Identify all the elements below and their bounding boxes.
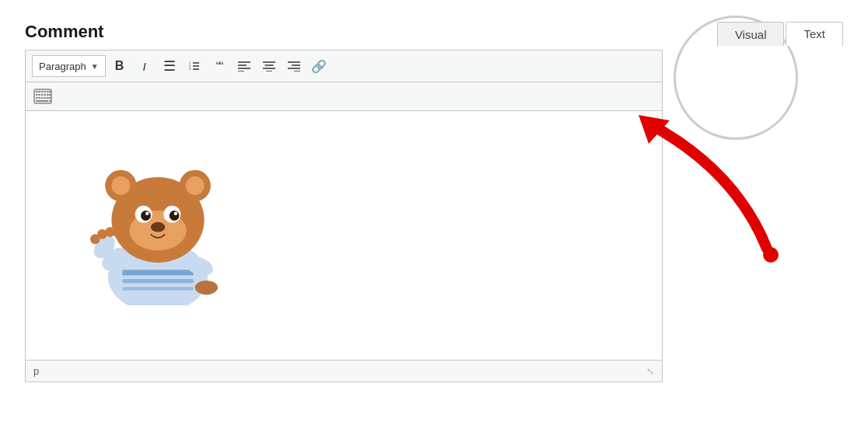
svg-rect-27 xyxy=(41,94,44,96)
ordered-list-button[interactable]: 123 xyxy=(184,55,205,77)
svg-point-55 xyxy=(141,211,151,221)
svg-point-46 xyxy=(195,280,218,294)
svg-rect-37 xyxy=(36,100,48,102)
bear-mascot xyxy=(72,134,243,308)
align-left-button[interactable] xyxy=(233,55,255,77)
svg-text:3: 3 xyxy=(189,67,191,71)
svg-rect-28 xyxy=(44,94,47,96)
chevron-down-icon: ▼ xyxy=(91,62,99,71)
kitchen-sink-button[interactable] xyxy=(32,85,54,107)
svg-point-57 xyxy=(145,211,149,215)
editor-body[interactable] xyxy=(26,111,662,360)
align-right-button[interactable] xyxy=(283,55,305,77)
svg-point-58 xyxy=(174,211,178,215)
svg-rect-29 xyxy=(47,94,49,96)
svg-rect-36 xyxy=(49,97,51,99)
svg-rect-25 xyxy=(36,94,38,96)
paragraph-label: Paragraph xyxy=(39,61,86,72)
editor-container: Paragraph ▼ B I ☰ 123 ““ 🔗 xyxy=(25,50,663,382)
italic-button[interactable]: I xyxy=(134,55,156,77)
svg-rect-19 xyxy=(36,91,38,92)
svg-rect-35 xyxy=(47,97,49,99)
blockquote-button[interactable]: ““ xyxy=(208,55,230,77)
svg-rect-40 xyxy=(122,270,194,275)
editor-footer: p ⤡ xyxy=(26,360,662,381)
svg-point-51 xyxy=(186,176,205,195)
svg-rect-42 xyxy=(122,287,194,291)
svg-rect-22 xyxy=(44,91,47,92)
bold-button[interactable]: B xyxy=(109,55,131,77)
svg-rect-30 xyxy=(49,94,51,96)
svg-rect-32 xyxy=(39,97,41,99)
current-tag: p xyxy=(33,365,39,377)
unordered-list-button[interactable]: ☰ xyxy=(159,55,180,77)
resize-handle[interactable]: ⤡ xyxy=(646,366,654,377)
svg-rect-23 xyxy=(47,91,49,92)
tab-visual[interactable]: Visual xyxy=(717,22,785,46)
tab-area: Visual Text xyxy=(717,22,843,46)
svg-rect-21 xyxy=(41,91,44,92)
svg-rect-24 xyxy=(49,91,51,92)
align-center-button[interactable] xyxy=(258,55,280,77)
svg-rect-34 xyxy=(44,97,47,99)
svg-point-49 xyxy=(111,176,130,195)
svg-rect-38 xyxy=(49,100,51,102)
toolbar-row1: Paragraph ▼ B I ☰ 123 ““ 🔗 xyxy=(26,51,662,82)
paragraph-dropdown[interactable]: Paragraph ▼ xyxy=(32,55,106,77)
svg-rect-41 xyxy=(122,279,194,284)
svg-rect-33 xyxy=(41,97,44,99)
svg-point-63 xyxy=(113,228,123,238)
tab-text[interactable]: Text xyxy=(786,22,843,46)
svg-point-59 xyxy=(151,222,165,232)
svg-rect-31 xyxy=(36,97,38,99)
toolbar-row2 xyxy=(26,82,662,111)
page-wrapper: Comment Visual Text Paragraph ▼ B I ☰ 12… xyxy=(0,0,868,432)
svg-rect-26 xyxy=(39,94,41,96)
link-button[interactable]: 🔗 xyxy=(308,55,330,77)
svg-point-56 xyxy=(170,211,180,221)
svg-point-65 xyxy=(763,247,779,263)
svg-rect-20 xyxy=(39,91,41,92)
